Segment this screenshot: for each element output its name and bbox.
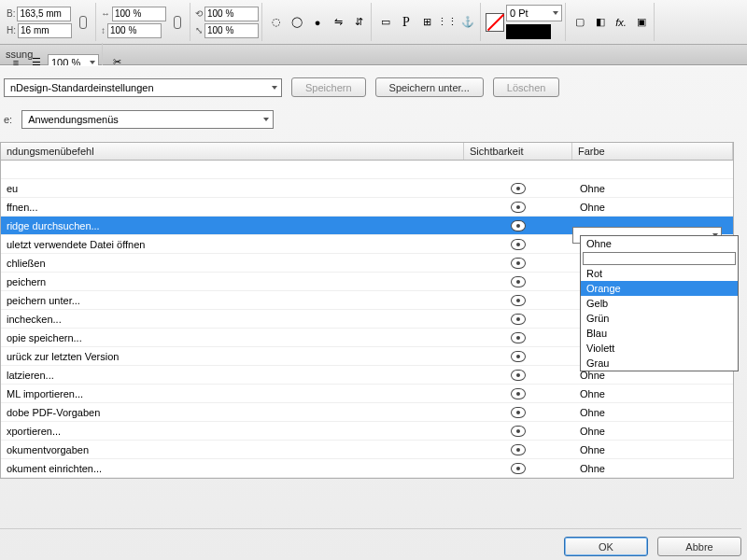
eye-icon[interactable] (511, 183, 526, 194)
color-option[interactable]: Blau (581, 326, 738, 341)
color-option[interactable]: Grau (581, 356, 738, 371)
command-cell: dobe PDF-Vorgaben (1, 407, 464, 418)
color-option[interactable]: Rot (581, 266, 738, 281)
visibility-cell[interactable] (464, 220, 572, 231)
table-row[interactable]: xportieren...Ohne (1, 422, 733, 441)
fill-none-swatch[interactable] (486, 13, 504, 32)
eye-icon[interactable] (511, 332, 526, 343)
table-row[interactable] (1, 161, 733, 179)
text-wrap-icon[interactable]: P (397, 13, 416, 32)
command-cell: uletzt verwendete Datei öffnen (1, 239, 464, 250)
stroke-style-swatch[interactable] (506, 24, 551, 39)
eye-icon[interactable] (511, 388, 526, 399)
color-dropdown[interactable]: OhneRotOrangeGelbGrünBlauViolettGrau (580, 235, 739, 371)
col-color[interactable]: Farbe (572, 143, 733, 160)
visibility-cell[interactable] (464, 407, 572, 418)
visibility-cell[interactable] (464, 202, 572, 213)
visibility-cell[interactable] (464, 463, 572, 474)
scale2-y-field[interactable] (204, 23, 259, 38)
visibility-cell[interactable] (464, 276, 572, 287)
anchor-icon[interactable]: ⚓ (458, 13, 477, 32)
eye-icon[interactable] (511, 202, 526, 213)
color-option[interactable]: Grün (581, 311, 738, 326)
color-option[interactable]: Violett (581, 341, 738, 356)
width-field[interactable] (17, 7, 71, 21)
scale-y-field[interactable] (107, 23, 162, 38)
table-row[interactable]: ML importieren...Ohne (1, 385, 733, 403)
scale2-x-field[interactable] (204, 7, 259, 21)
col-visibility[interactable]: Sichtbarkeit (464, 143, 572, 160)
distribute-icon[interactable]: ⋮⋮ (438, 13, 457, 32)
preset-select[interactable]: nDesign-Standardeinstellungen (4, 78, 282, 97)
table-row[interactable]: okument einrichten...Ohne (1, 459, 733, 478)
scale-x-field[interactable] (112, 7, 166, 21)
col-command[interactable]: ndungsmenübefehl (1, 143, 464, 160)
eye-icon[interactable] (511, 314, 526, 325)
eye-icon[interactable] (511, 463, 526, 474)
eye-icon[interactable] (511, 276, 526, 287)
select-content-icon[interactable]: ▭ (376, 13, 395, 32)
scale2-y-icon: ⤡ (195, 25, 203, 35)
shape-circle-dashed-icon[interactable]: ◯ (288, 13, 306, 32)
eye-icon[interactable] (511, 370, 526, 381)
eye-icon[interactable] (511, 220, 526, 231)
color-cell[interactable]: Ohne (572, 202, 733, 213)
visibility-cell[interactable] (464, 183, 572, 194)
color-option[interactable]: Ohne (581, 236, 738, 251)
eye-icon[interactable] (511, 407, 526, 418)
flip-h-icon[interactable]: ⇋ (329, 13, 347, 32)
visibility-cell[interactable] (464, 239, 572, 250)
color-cell[interactable]: Ohne (572, 407, 733, 418)
visibility-cell[interactable] (464, 444, 572, 455)
eye-icon[interactable] (511, 351, 526, 362)
table-row[interactable]: dobe PDF-VorgabenOhne (1, 403, 733, 422)
category-label: e: (4, 114, 12, 125)
visibility-cell[interactable] (464, 351, 572, 362)
tool-a-icon[interactable]: ▢ (571, 13, 589, 32)
visibility-cell[interactable] (464, 426, 572, 437)
eye-icon[interactable] (511, 426, 526, 437)
link-scale-icon[interactable] (168, 13, 187, 32)
table-row[interactable]: euOhne (1, 179, 733, 198)
table-row[interactable]: ffnen...Ohne (1, 198, 733, 217)
tool-b-icon[interactable]: ◧ (591, 13, 610, 32)
color-option[interactable]: Gelb (581, 296, 738, 311)
cancel-button[interactable]: Abbre (657, 537, 741, 556)
ok-button[interactable]: OK (564, 537, 648, 556)
scale-x-icon: ↔ (101, 8, 110, 19)
category-select[interactable]: Anwendungsmenüs (21, 110, 274, 129)
height-field[interactable] (18, 23, 72, 38)
color-cell[interactable]: Ohne (572, 388, 733, 399)
link-dimensions-icon[interactable] (74, 13, 92, 32)
command-cell: inchecken... (1, 314, 464, 325)
delete-button[interactable]: Löschen (493, 77, 560, 97)
eye-icon[interactable] (511, 239, 526, 250)
shape-circle-dotted-icon[interactable]: ◌ (267, 13, 286, 32)
flip-v-icon[interactable]: ⇵ (349, 13, 368, 32)
color-option[interactable] (581, 251, 738, 266)
fx-icon[interactable]: fx. (612, 13, 630, 32)
visibility-cell[interactable] (464, 314, 572, 325)
save-button[interactable]: Speichern (291, 77, 366, 97)
visibility-cell[interactable] (464, 258, 572, 269)
drop-shadow-icon[interactable]: ▣ (632, 13, 651, 32)
table-row[interactable]: okumentvorgabenOhne (1, 441, 733, 459)
color-cell[interactable]: Ohne (572, 426, 733, 437)
eye-icon[interactable] (511, 295, 526, 306)
color-cell[interactable]: Ohne (572, 444, 733, 455)
visibility-cell[interactable] (464, 388, 572, 399)
shape-circle-icon[interactable]: ● (308, 13, 327, 32)
table-row[interactable]: ridge durchsuchen...Ohne (1, 217, 733, 235)
color-cell[interactable]: Ohne (572, 183, 733, 194)
align-icon[interactable]: ⊞ (417, 13, 436, 32)
visibility-cell[interactable] (464, 332, 572, 343)
visibility-cell[interactable] (464, 370, 572, 381)
stroke-weight-field[interactable]: 0 Pt (506, 5, 562, 21)
visibility-cell[interactable] (464, 295, 572, 306)
eye-icon[interactable] (511, 258, 526, 269)
color-cell[interactable]: Ohne (572, 463, 733, 474)
eye-icon[interactable] (511, 444, 526, 455)
color-custom-input[interactable] (583, 252, 736, 265)
color-option[interactable]: Orange (581, 281, 738, 296)
save-as-button[interactable]: Speichern unter... (375, 77, 484, 97)
